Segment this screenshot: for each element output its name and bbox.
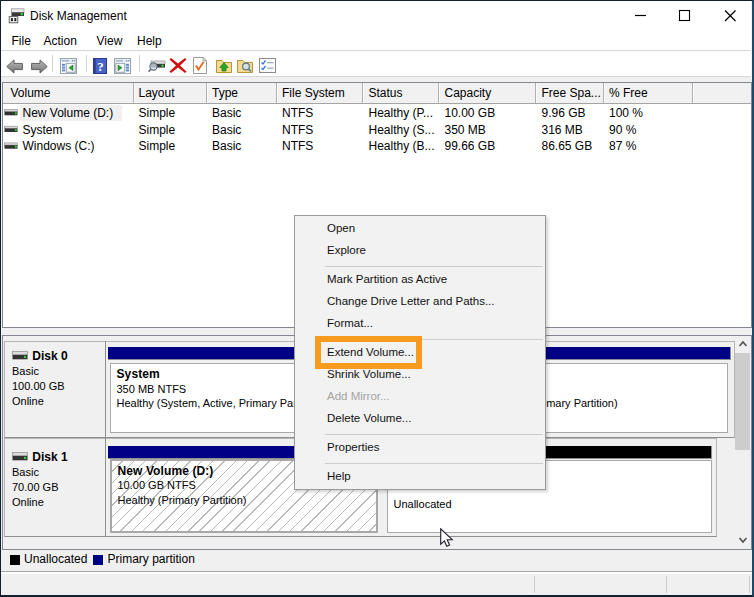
svg-text:?: ?: [97, 59, 104, 74]
